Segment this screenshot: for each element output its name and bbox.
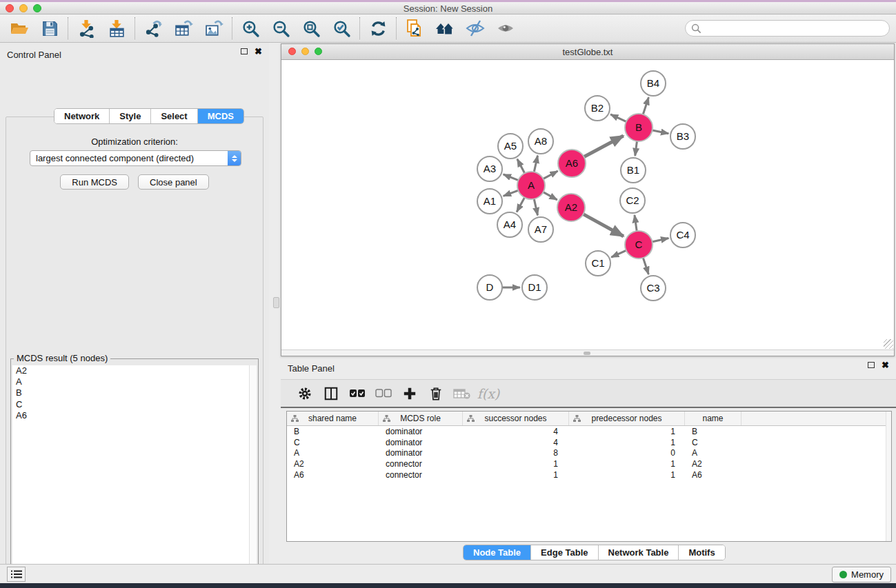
float-panel-icon[interactable]: [241, 48, 248, 54]
duplicate-network-icon[interactable]: [399, 16, 430, 41]
create-column-icon[interactable]: [397, 382, 423, 405]
edge-A-A7[interactable]: [534, 199, 537, 216]
node-label-C1: C1: [591, 257, 604, 269]
delete-table-icon[interactable]: [449, 382, 475, 405]
search-input[interactable]: [701, 23, 889, 34]
optimization-criterion-dropdown[interactable]: largest connected component (directed): [30, 150, 241, 166]
delete-column-icon[interactable]: [423, 382, 449, 405]
tab-node-table[interactable]: Node Table: [464, 545, 531, 560]
result-item[interactable]: A2: [12, 365, 257, 376]
resize-grip[interactable]: [884, 339, 893, 349]
list-icon: [11, 570, 22, 579]
network-canvas[interactable]: B4B2BB3A8A5A6A3B1AC2A1A2A4A7C4CC1C3DD1: [281, 60, 894, 349]
edge-A-A2[interactable]: [543, 192, 557, 200]
main-titlebar: Session: New Session: [0, 2, 896, 14]
edge-A-A8[interactable]: [534, 156, 537, 173]
table-row[interactable]: A2connector11A2: [287, 458, 891, 469]
close-table-panel-icon[interactable]: ✖: [882, 362, 889, 368]
close-panel-icon[interactable]: ✖: [255, 48, 262, 54]
tab-motifs[interactable]: Motifs: [679, 545, 724, 560]
unselect-all-columns-icon[interactable]: [370, 382, 397, 405]
run-mcds-button[interactable]: Run MCDS: [60, 174, 129, 190]
column-header[interactable]: successor nodes: [463, 412, 569, 425]
import-table-icon[interactable]: [101, 16, 132, 41]
edge-C-C4[interactable]: [652, 239, 669, 242]
edge-A2-C[interactable]: [583, 214, 624, 236]
edge-A-A1[interactable]: [504, 190, 519, 196]
show-columns-icon[interactable]: [318, 382, 344, 405]
node-label-A4: A4: [504, 219, 516, 230]
close-panel-button[interactable]: Close panel: [138, 174, 209, 190]
node-label-A3: A3: [484, 163, 496, 174]
node-label-B4: B4: [647, 77, 659, 89]
zoom-in-icon[interactable]: [235, 16, 266, 41]
export-network-icon[interactable]: [138, 16, 168, 41]
network-window-title: testGlobe.txt: [281, 47, 894, 57]
edge-A6-B[interactable]: [584, 136, 624, 157]
edge-A-A4[interactable]: [517, 197, 525, 212]
edge-A-A6[interactable]: [543, 171, 558, 179]
hide-selected-icon[interactable]: [460, 16, 490, 41]
edge-B-B4[interactable]: [643, 97, 648, 115]
node-label-A8: A8: [535, 135, 547, 147]
tab-select[interactable]: Select: [151, 109, 197, 123]
mcds-result-list[interactable]: A2ABCA6: [12, 365, 257, 588]
result-item[interactable]: C: [12, 399, 257, 410]
edge-A-A5[interactable]: [517, 159, 525, 174]
node-table[interactable]: shared nameMCDS rolesuccessor nodesprede…: [286, 411, 892, 542]
status-bar: Memory: [0, 564, 896, 583]
result-item[interactable]: A6: [12, 410, 257, 421]
float-table-panel-icon[interactable]: [868, 362, 875, 368]
column-header[interactable]: shared name: [287, 412, 379, 425]
refresh-icon[interactable]: [363, 16, 393, 41]
dropdown-stepper-icon: [228, 151, 241, 165]
select-all-columns-icon[interactable]: [344, 382, 370, 405]
import-network-icon[interactable]: [71, 16, 101, 41]
column-header[interactable]: name: [685, 412, 741, 425]
export-table-icon[interactable]: [168, 16, 199, 41]
result-item[interactable]: B: [12, 387, 257, 398]
edge-C-C3[interactable]: [643, 257, 648, 274]
result-item[interactable]: A: [12, 376, 257, 387]
show-all-icon[interactable]: [490, 16, 521, 41]
tab-style[interactable]: Style: [110, 109, 151, 123]
column-header[interactable]: MCDS role: [379, 412, 463, 425]
save-session-icon[interactable]: [34, 16, 65, 41]
edge-B-B2[interactable]: [610, 114, 627, 122]
node-label-A7: A7: [535, 223, 547, 235]
network-window-titlebar[interactable]: testGlobe.txt: [281, 44, 894, 60]
table-scrollbar[interactable]: [886, 412, 891, 541]
edge-B-B3[interactable]: [652, 130, 669, 134]
memory-button[interactable]: Memory: [832, 567, 891, 582]
tab-network-table[interactable]: Network Table: [599, 545, 679, 560]
window-title: Session: New Session: [0, 3, 896, 14]
dropdown-value: largest connected component (directed): [30, 153, 228, 163]
column-header[interactable]: predecessor nodes: [569, 412, 685, 425]
edge-C-C2[interactable]: [635, 215, 637, 232]
tab-edge-table[interactable]: Edge Table: [531, 545, 598, 560]
export-image-icon[interactable]: [199, 16, 229, 41]
result-scrollbar[interactable]: [249, 365, 257, 588]
table-settings-gear-icon[interactable]: [292, 382, 318, 405]
task-history-button[interactable]: [7, 567, 26, 582]
edge-B-B1[interactable]: [635, 141, 637, 156]
zoom-out-icon[interactable]: [266, 16, 296, 41]
optimization-criterion-label: Optimization criterion:: [6, 136, 263, 147]
network-hscrollbar[interactable]: [281, 349, 894, 356]
table-row[interactable]: A6connector11A6: [287, 469, 891, 480]
edge-C-C1[interactable]: [611, 250, 626, 257]
table-row[interactable]: Adominator80A: [287, 448, 891, 459]
hscroll-thumb[interactable]: [584, 352, 590, 355]
tab-mcds[interactable]: MCDS: [198, 109, 243, 123]
splitter-handle[interactable]: [273, 297, 279, 308]
zoom-selected-icon[interactable]: [326, 16, 357, 41]
search-box: [685, 20, 890, 37]
node-label-A6: A6: [566, 157, 578, 169]
edge-A-A3[interactable]: [504, 174, 519, 181]
open-session-icon[interactable]: [4, 16, 34, 41]
zoom-fit-icon[interactable]: [296, 16, 326, 41]
tab-network[interactable]: Network: [54, 109, 110, 123]
first-neighbors-icon[interactable]: [430, 16, 460, 41]
table-row[interactable]: Bdominator41B: [287, 426, 891, 437]
table-row[interactable]: Cdominator41C: [287, 437, 891, 448]
